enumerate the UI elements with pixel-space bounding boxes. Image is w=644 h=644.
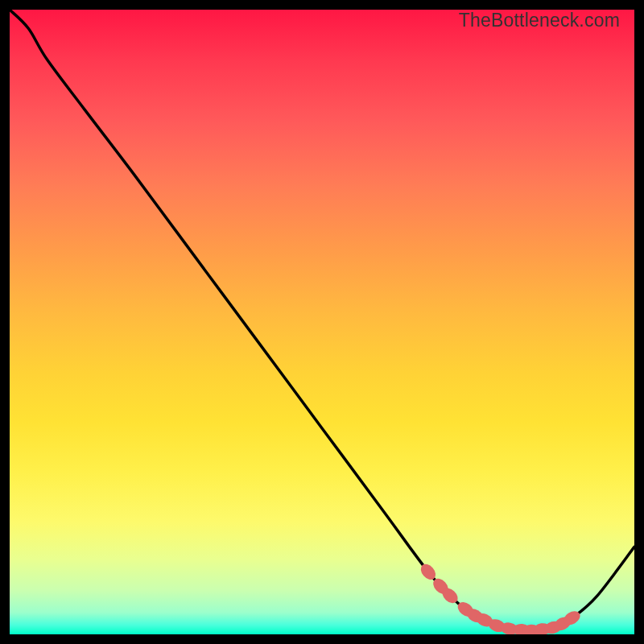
watermark-text: TheBottleneck.com <box>459 10 620 31</box>
plot-area: TheBottleneck.com <box>10 10 634 634</box>
curve-line <box>10 10 634 630</box>
chart-container: TheBottleneck.com <box>0 0 644 644</box>
curve-svg <box>10 10 634 634</box>
marker-dots <box>418 561 583 634</box>
